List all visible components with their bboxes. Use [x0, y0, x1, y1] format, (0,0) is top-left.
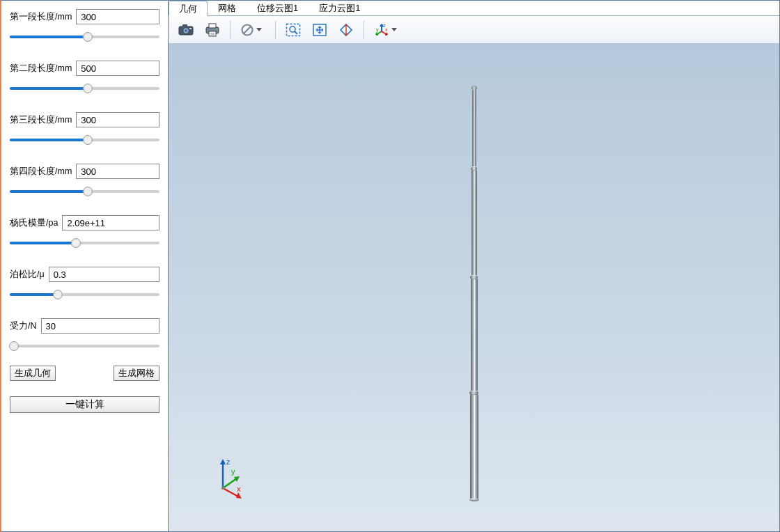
app-root: 第一段长度/mm 第二段长度/mm 第三段长度/mm — [0, 0, 780, 532]
param-input-seg4[interactable] — [76, 164, 159, 179]
toolbar-separator — [230, 21, 231, 39]
tab-bar: 几何 网格 位移云图1 应力云图1 — [169, 1, 779, 16]
svg-line-15 — [295, 31, 297, 34]
generate-mesh-button[interactable]: 生成网格 — [114, 366, 159, 381]
model-viewport[interactable]: z y x — [169, 44, 779, 531]
param-label: 第一段长度/mm — [10, 11, 72, 23]
toolbar-separator — [364, 21, 364, 39]
param-slider-poisson[interactable] — [10, 286, 159, 302]
param-poisson: 泊松比/μ — [10, 267, 159, 302]
param-input-seg3[interactable] — [76, 112, 159, 127]
svg-point-29 — [221, 487, 224, 490]
param-input-force[interactable] — [41, 318, 160, 334]
svg-line-27 — [223, 488, 238, 496]
svg-point-10 — [216, 28, 217, 29]
svg-rect-4 — [189, 28, 192, 29]
print-icon[interactable] — [201, 19, 224, 40]
zoom-inout-icon[interactable] — [334, 19, 358, 40]
model-pole — [469, 86, 479, 501]
param-label: 第四段长度/mm — [10, 166, 72, 178]
chevron-down-icon — [256, 28, 262, 31]
param-seg2: 第二段长度/mm — [10, 61, 159, 95]
svg-line-12 — [244, 26, 251, 33]
svg-line-25 — [223, 478, 237, 488]
param-slider-force[interactable] — [10, 338, 159, 353]
viewport-toolbar: z y x — [169, 16, 779, 44]
svg-marker-24 — [220, 459, 226, 464]
param-label: 第二段长度/mm — [10, 63, 72, 75]
toolbar-separator — [275, 21, 276, 39]
param-label: 杨氏模量/pa — [10, 217, 58, 229]
param-slider-seg3[interactable] — [10, 132, 159, 147]
tab-stress[interactable]: 应力云图1 — [309, 0, 370, 15]
svg-rect-6 — [209, 24, 216, 28]
param-input-seg2[interactable] — [76, 61, 159, 76]
param-slider-youngs[interactable] — [10, 235, 159, 250]
param-force: 受力/N — [10, 318, 159, 353]
svg-point-14 — [290, 26, 295, 32]
param-seg3: 第三段长度/mm — [10, 112, 159, 147]
svg-text:y: y — [376, 27, 379, 33]
param-label: 受力/N — [10, 320, 37, 332]
tab-mesh[interactable]: 网格 — [208, 0, 247, 15]
param-input-poisson[interactable] — [49, 267, 159, 282]
param-label: 泊松比/μ — [10, 269, 45, 281]
generate-buttons-row: 生成几何 生成网格 — [10, 366, 159, 381]
param-slider-seg1[interactable] — [10, 29, 159, 44]
param-input-seg1[interactable] — [76, 9, 159, 24]
svg-rect-1 — [182, 24, 187, 27]
param-label: 第三段长度/mm — [10, 114, 72, 126]
svg-text:x: x — [385, 27, 388, 32]
param-slider-seg2[interactable] — [10, 80, 159, 95]
zoom-extents-icon[interactable] — [308, 19, 332, 40]
axis-orientation-icon[interactable]: z y x — [370, 19, 403, 40]
axis-x-label: x — [237, 485, 241, 493]
axis-z-label: z — [226, 457, 231, 466]
param-seg4: 第四段长度/mm — [10, 164, 159, 198]
param-seg1: 第一段长度/mm — [10, 9, 159, 44]
main-area: 几何 网格 位移云图1 应力云图1 — [169, 1, 779, 531]
axis-triad: z y x — [209, 457, 251, 499]
compute-button[interactable]: 一键计算 — [10, 396, 159, 413]
chevron-down-icon — [391, 28, 397, 31]
param-youngs: 杨氏模量/pa — [10, 215, 159, 250]
tab-displacement[interactable]: 位移云图1 — [247, 0, 309, 15]
param-slider-seg4[interactable] — [10, 183, 159, 198]
zoom-window-icon[interactable] — [281, 19, 305, 40]
svg-point-3 — [185, 29, 187, 32]
param-input-youngs[interactable] — [62, 215, 159, 230]
svg-rect-13 — [287, 24, 300, 36]
generate-geometry-button[interactable]: 生成几何 — [10, 366, 56, 381]
screenshot-icon[interactable] — [174, 19, 198, 40]
no-entry-icon[interactable] — [236, 19, 270, 40]
tab-geometry[interactable]: 几何 — [169, 1, 208, 16]
parameter-sidebar: 第一段长度/mm 第二段长度/mm 第三段长度/mm — [1, 1, 169, 531]
axis-y-label: y — [231, 467, 235, 476]
